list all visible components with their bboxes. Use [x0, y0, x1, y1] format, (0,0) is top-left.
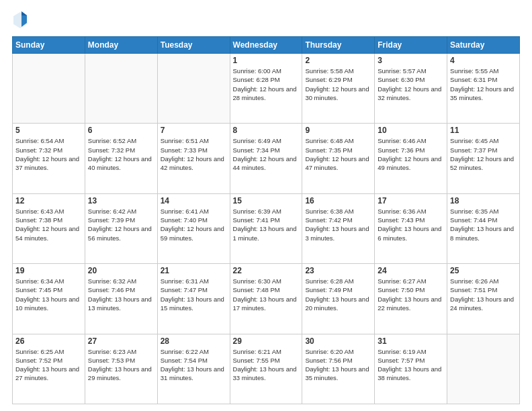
day-info: Sunrise: 6:51 AM Sunset: 7:33 PM Dayligh… [161, 136, 227, 172]
day-info: Sunrise: 6:39 AM Sunset: 7:41 PM Dayligh… [233, 207, 300, 242]
day-number: 1 [233, 56, 300, 65]
day-info: Sunrise: 6:46 AM Sunset: 7:36 PM Dayligh… [378, 136, 444, 172]
day-number: 25 [450, 266, 517, 275]
day-number: 28 [161, 336, 227, 346]
day-number: 16 [305, 196, 371, 205]
calendar-cell: 30Sunrise: 6:20 AM Sunset: 7:56 PM Dayli… [302, 334, 375, 404]
day-info: Sunrise: 6:42 AM Sunset: 7:39 PM Dayligh… [88, 207, 154, 242]
calendar-header-wednesday: Wednesday [230, 37, 302, 54]
day-info: Sunrise: 6:00 AM Sunset: 6:28 PM Dayligh… [233, 66, 300, 102]
day-info: Sunrise: 6:32 AM Sunset: 7:46 PM Dayligh… [88, 277, 154, 312]
calendar-cell: 31Sunrise: 6:19 AM Sunset: 7:57 PM Dayli… [375, 334, 447, 404]
day-number: 12 [15, 196, 82, 205]
calendar-cell: 21Sunrise: 6:31 AM Sunset: 7:47 PM Dayli… [157, 264, 230, 334]
day-info: Sunrise: 6:31 AM Sunset: 7:47 PM Dayligh… [161, 277, 227, 312]
calendar-cell: 9Sunrise: 6:48 AM Sunset: 7:35 PM Daylig… [302, 124, 375, 193]
calendar-cell: 4Sunrise: 5:55 AM Sunset: 6:31 PM Daylig… [447, 54, 520, 124]
calendar-cell [447, 334, 520, 404]
day-info: Sunrise: 6:23 AM Sunset: 7:53 PM Dayligh… [88, 347, 154, 383]
calendar-cell: 13Sunrise: 6:42 AM Sunset: 7:39 PM Dayli… [85, 193, 157, 263]
calendar-cell [13, 54, 85, 124]
day-number: 20 [88, 266, 154, 275]
day-number: 10 [378, 126, 444, 135]
day-number: 3 [378, 56, 444, 65]
calendar-cell: 28Sunrise: 6:22 AM Sunset: 7:54 PM Dayli… [157, 334, 230, 404]
calendar-cell: 15Sunrise: 6:39 AM Sunset: 7:41 PM Dayli… [230, 193, 302, 263]
day-number: 2 [305, 56, 371, 65]
calendar-cell: 5Sunrise: 6:54 AM Sunset: 7:32 PM Daylig… [13, 124, 85, 193]
calendar-cell: 1Sunrise: 6:00 AM Sunset: 6:28 PM Daylig… [230, 54, 302, 124]
day-number: 15 [233, 196, 300, 205]
calendar-cell: 17Sunrise: 6:36 AM Sunset: 7:43 PM Dayli… [375, 193, 447, 263]
day-number: 26 [15, 336, 82, 346]
day-number: 24 [378, 266, 444, 275]
day-info: Sunrise: 6:54 AM Sunset: 7:32 PM Dayligh… [15, 136, 82, 172]
calendar-cell: 25Sunrise: 6:26 AM Sunset: 7:51 PM Dayli… [447, 264, 520, 334]
calendar-header-saturday: Saturday [447, 37, 520, 54]
day-number: 17 [378, 196, 444, 205]
day-info: Sunrise: 6:45 AM Sunset: 7:37 PM Dayligh… [450, 136, 517, 172]
day-number: 19 [15, 266, 82, 275]
day-number: 8 [233, 126, 300, 135]
calendar-cell: 29Sunrise: 6:21 AM Sunset: 7:55 PM Dayli… [230, 334, 302, 404]
calendar-cell [157, 54, 230, 124]
calendar-cell: 27Sunrise: 6:23 AM Sunset: 7:53 PM Dayli… [85, 334, 157, 404]
calendar-week-row: 1Sunrise: 6:00 AM Sunset: 6:28 PM Daylig… [13, 54, 520, 124]
calendar-cell: 18Sunrise: 6:35 AM Sunset: 7:44 PM Dayli… [447, 193, 520, 263]
calendar-cell: 14Sunrise: 6:41 AM Sunset: 7:40 PM Dayli… [157, 193, 230, 263]
day-info: Sunrise: 6:30 AM Sunset: 7:48 PM Dayligh… [233, 277, 300, 312]
calendar-week-row: 5Sunrise: 6:54 AM Sunset: 7:32 PM Daylig… [13, 124, 520, 193]
calendar-week-row: 26Sunrise: 6:25 AM Sunset: 7:52 PM Dayli… [13, 334, 520, 404]
day-info: Sunrise: 6:43 AM Sunset: 7:38 PM Dayligh… [15, 207, 82, 242]
calendar-header-thursday: Thursday [302, 37, 375, 54]
calendar-header-friday: Friday [375, 37, 447, 54]
calendar-cell: 7Sunrise: 6:51 AM Sunset: 7:33 PM Daylig… [157, 124, 230, 193]
day-number: 18 [450, 196, 517, 205]
header [12, 11, 520, 30]
day-number: 9 [305, 126, 371, 135]
calendar-cell: 12Sunrise: 6:43 AM Sunset: 7:38 PM Dayli… [13, 193, 85, 263]
day-info: Sunrise: 6:20 AM Sunset: 7:56 PM Dayligh… [305, 347, 371, 383]
calendar-cell: 16Sunrise: 6:38 AM Sunset: 7:42 PM Dayli… [302, 193, 375, 263]
day-number: 5 [15, 126, 82, 135]
calendar-week-row: 12Sunrise: 6:43 AM Sunset: 7:38 PM Dayli… [13, 193, 520, 263]
calendar-table: SundayMondayTuesdayWednesdayThursdayFrid… [12, 36, 520, 404]
calendar-cell: 3Sunrise: 5:57 AM Sunset: 6:30 PM Daylig… [375, 54, 447, 124]
day-info: Sunrise: 6:21 AM Sunset: 7:55 PM Dayligh… [233, 347, 300, 383]
calendar-cell: 19Sunrise: 6:34 AM Sunset: 7:45 PM Dayli… [13, 264, 85, 334]
calendar-cell: 6Sunrise: 6:52 AM Sunset: 7:32 PM Daylig… [85, 124, 157, 193]
day-info: Sunrise: 6:22 AM Sunset: 7:54 PM Dayligh… [161, 347, 227, 383]
day-number: 29 [233, 336, 300, 346]
page: SundayMondayTuesdayWednesdayThursdayFrid… [0, 0, 532, 411]
day-info: Sunrise: 6:36 AM Sunset: 7:43 PM Dayligh… [378, 207, 444, 242]
calendar-cell: 22Sunrise: 6:30 AM Sunset: 7:48 PM Dayli… [230, 264, 302, 334]
day-info: Sunrise: 6:49 AM Sunset: 7:34 PM Dayligh… [233, 136, 300, 172]
day-number: 27 [88, 336, 154, 346]
calendar-header-row: SundayMondayTuesdayWednesdayThursdayFrid… [13, 37, 520, 54]
day-info: Sunrise: 6:52 AM Sunset: 7:32 PM Dayligh… [88, 136, 154, 172]
day-info: Sunrise: 6:19 AM Sunset: 7:57 PM Dayligh… [378, 347, 444, 383]
day-info: Sunrise: 6:41 AM Sunset: 7:40 PM Dayligh… [161, 207, 227, 242]
day-number: 14 [161, 196, 227, 205]
calendar-cell: 26Sunrise: 6:25 AM Sunset: 7:52 PM Dayli… [13, 334, 85, 404]
day-info: Sunrise: 6:26 AM Sunset: 7:51 PM Dayligh… [450, 277, 517, 312]
day-info: Sunrise: 5:57 AM Sunset: 6:30 PM Dayligh… [378, 66, 444, 102]
calendar-cell: 10Sunrise: 6:46 AM Sunset: 7:36 PM Dayli… [375, 124, 447, 193]
day-info: Sunrise: 6:34 AM Sunset: 7:45 PM Dayligh… [15, 277, 82, 312]
day-info: Sunrise: 6:27 AM Sunset: 7:50 PM Dayligh… [378, 277, 444, 312]
day-number: 30 [305, 336, 371, 346]
calendar-cell [85, 54, 157, 124]
day-number: 4 [450, 56, 517, 65]
calendar-cell: 23Sunrise: 6:28 AM Sunset: 7:49 PM Dayli… [302, 264, 375, 334]
day-info: Sunrise: 6:35 AM Sunset: 7:44 PM Dayligh… [450, 207, 517, 242]
svg-marker-2 [21, 11, 27, 15]
day-info: Sunrise: 5:58 AM Sunset: 6:29 PM Dayligh… [305, 66, 371, 102]
calendar-header-monday: Monday [85, 37, 157, 54]
logo-icon [12, 11, 28, 30]
day-number: 6 [88, 126, 154, 135]
day-info: Sunrise: 6:25 AM Sunset: 7:52 PM Dayligh… [15, 347, 82, 383]
day-number: 7 [161, 126, 227, 135]
calendar-cell: 24Sunrise: 6:27 AM Sunset: 7:50 PM Dayli… [375, 264, 447, 334]
day-number: 11 [450, 126, 517, 135]
calendar-cell: 8Sunrise: 6:49 AM Sunset: 7:34 PM Daylig… [230, 124, 302, 193]
